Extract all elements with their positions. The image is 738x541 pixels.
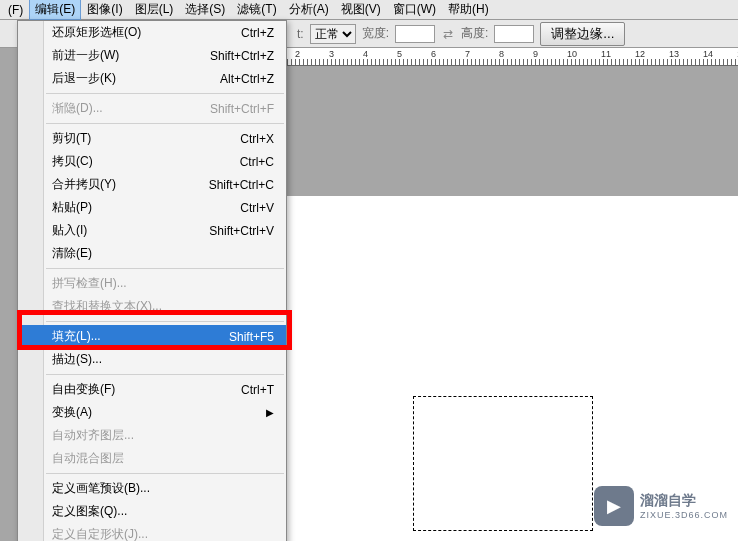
ruler-tick: 10 xyxy=(567,49,577,59)
menu-item[interactable]: 贴入(I)Shift+Ctrl+V xyxy=(18,219,286,242)
menu-separator xyxy=(46,268,284,269)
menu-shortcut: Shift+Ctrl+Z xyxy=(190,49,274,63)
menu-shortcut: Ctrl+Z xyxy=(221,26,274,40)
menu-item[interactable]: 描边(S)... xyxy=(18,348,286,371)
menu-shortcut: Alt+Ctrl+Z xyxy=(200,72,274,86)
menu-file[interactable]: (F) xyxy=(2,1,29,19)
menu-item-label: 前进一步(W) xyxy=(52,47,119,64)
menu-shortcut: Shift+F5 xyxy=(209,330,274,344)
menu-select[interactable]: 选择(S) xyxy=(179,0,231,20)
menu-item-label: 查找和替换文本(X)... xyxy=(52,298,162,315)
menu-item-label: 渐隐(D)... xyxy=(52,100,103,117)
ruler-tick: 12 xyxy=(635,49,645,59)
ruler-tick: 8 xyxy=(499,49,504,59)
menu-item[interactable]: 清除(E) xyxy=(18,242,286,265)
menu-image[interactable]: 图像(I) xyxy=(81,0,128,20)
menu-view[interactable]: 视图(V) xyxy=(335,0,387,20)
ruler-tick: 13 xyxy=(669,49,679,59)
menu-item[interactable]: 后退一步(K)Alt+Ctrl+Z xyxy=(18,67,286,90)
menu-separator xyxy=(46,473,284,474)
ruler-tick: 9 xyxy=(533,49,538,59)
menu-shortcut: Ctrl+X xyxy=(220,132,274,146)
play-icon: ▶ xyxy=(594,486,634,526)
menu-item: 自动对齐图层... xyxy=(18,424,286,447)
ruler-tick: 14 xyxy=(703,49,713,59)
selection-marquee[interactable] xyxy=(413,396,593,531)
watermark-title: 溜溜自学 xyxy=(640,492,728,510)
ruler-tick: 6 xyxy=(431,49,436,59)
height-input[interactable] xyxy=(494,25,534,43)
menu-item-label: 定义自定形状(J)... xyxy=(52,526,148,541)
height-label: 高度: xyxy=(461,25,488,42)
canvas[interactable]: ▶ 溜溜自学 ZIXUE.3D66.COM xyxy=(287,196,738,541)
menu-item[interactable]: 变换(A)▶ xyxy=(18,401,286,424)
menu-item-label: 定义图案(Q)... xyxy=(52,503,127,520)
menu-item[interactable]: 定义画笔预设(B)... xyxy=(18,477,286,500)
menu-item: 定义自定形状(J)... xyxy=(18,523,286,541)
menu-item[interactable]: 自由变换(F)Ctrl+T xyxy=(18,378,286,401)
menu-item-label: 还原矩形选框(O) xyxy=(52,24,141,41)
menu-item-label: 自动混合图层 xyxy=(52,450,124,467)
menu-item-label: 拼写检查(H)... xyxy=(52,275,127,292)
menu-item[interactable]: 粘贴(P)Ctrl+V xyxy=(18,196,286,219)
menu-item-label: 定义画笔预设(B)... xyxy=(52,480,150,497)
width-label: 宽度: xyxy=(362,25,389,42)
menu-item[interactable]: 还原矩形选框(O)Ctrl+Z xyxy=(18,21,286,44)
menu-edit[interactable]: 编辑(E) xyxy=(29,0,81,20)
swap-icon[interactable]: ⇄ xyxy=(441,27,455,41)
menu-layer[interactable]: 图层(L) xyxy=(129,0,180,20)
submenu-arrow-icon: ▶ xyxy=(266,407,274,418)
menu-item-label: 拷贝(C) xyxy=(52,153,93,170)
menu-separator xyxy=(46,374,284,375)
menu-analysis[interactable]: 分析(A) xyxy=(283,0,335,20)
mode-select[interactable]: 正常 xyxy=(310,24,356,44)
menu-item-label: 描边(S)... xyxy=(52,351,102,368)
menu-separator xyxy=(46,321,284,322)
menu-item[interactable]: 合并拷贝(Y)Shift+Ctrl+C xyxy=(18,173,286,196)
adjust-edges-button[interactable]: 调整边缘... xyxy=(540,22,625,46)
menu-item[interactable]: 定义图案(Q)... xyxy=(18,500,286,523)
ruler-tick: 5 xyxy=(397,49,402,59)
menu-shortcut: Ctrl+T xyxy=(221,383,274,397)
menu-item-label: 变换(A) xyxy=(52,404,92,421)
menu-shortcut: Shift+Ctrl+F xyxy=(190,102,274,116)
menu-shortcut: Ctrl+V xyxy=(220,201,274,215)
menu-item-label: 填充(L)... xyxy=(52,328,101,345)
menu-item-label: 粘贴(P) xyxy=(52,199,92,216)
ruler-tick: 7 xyxy=(465,49,470,59)
width-input[interactable] xyxy=(395,25,435,43)
menu-item: 拼写检查(H)... xyxy=(18,272,286,295)
menu-item-label: 自动对齐图层... xyxy=(52,427,134,444)
menu-help[interactable]: 帮助(H) xyxy=(442,0,495,20)
ruler-tick: 3 xyxy=(329,49,334,59)
mode-label: t: xyxy=(297,27,304,41)
menu-item-label: 合并拷贝(Y) xyxy=(52,176,116,193)
menu-item[interactable]: 填充(L)...Shift+F5 xyxy=(18,325,286,348)
menu-item[interactable]: 剪切(T)Ctrl+X xyxy=(18,127,286,150)
canvas-area: ▶ 溜溜自学 ZIXUE.3D66.COM xyxy=(287,66,738,541)
ruler-tick: 2 xyxy=(295,49,300,59)
menu-shortcut: Shift+Ctrl+V xyxy=(189,224,274,238)
menu-item-label: 清除(E) xyxy=(52,245,92,262)
menu-item[interactable]: 前进一步(W)Shift+Ctrl+Z xyxy=(18,44,286,67)
menu-window[interactable]: 窗口(W) xyxy=(387,0,442,20)
menu-item-label: 自由变换(F) xyxy=(52,381,115,398)
menubar: (F) 编辑(E) 图像(I) 图层(L) 选择(S) 滤镜(T) 分析(A) … xyxy=(0,0,738,20)
menu-filter[interactable]: 滤镜(T) xyxy=(231,0,282,20)
menu-item: 渐隐(D)...Shift+Ctrl+F xyxy=(18,97,286,120)
menu-item[interactable]: 拷贝(C)Ctrl+C xyxy=(18,150,286,173)
menu-item-label: 贴入(I) xyxy=(52,222,87,239)
menu-shortcut: Shift+Ctrl+C xyxy=(189,178,274,192)
watermark: ▶ 溜溜自学 ZIXUE.3D66.COM xyxy=(594,486,728,526)
ruler-tick: 11 xyxy=(601,49,611,59)
menu-item-label: 剪切(T) xyxy=(52,130,91,147)
menu-item: 自动混合图层 xyxy=(18,447,286,470)
ruler-horizontal: 2 3 4 5 6 7 8 9 10 11 12 13 14 15 xyxy=(287,48,738,66)
menu-item: 查找和替换文本(X)... xyxy=(18,295,286,318)
menu-separator xyxy=(46,93,284,94)
menu-separator xyxy=(46,123,284,124)
menu-shortcut: Ctrl+C xyxy=(220,155,274,169)
ruler-tick: 4 xyxy=(363,49,368,59)
menu-item-label: 后退一步(K) xyxy=(52,70,116,87)
watermark-sub: ZIXUE.3D66.COM xyxy=(640,510,728,520)
